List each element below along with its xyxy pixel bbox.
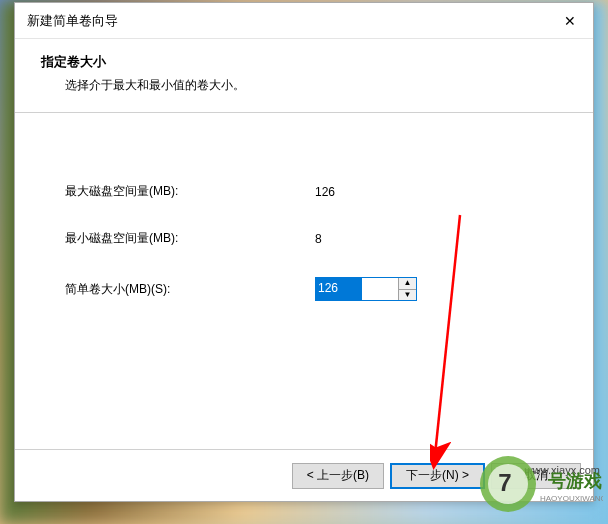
back-button[interactable]: < 上一步(B) — [292, 463, 384, 489]
min-space-value: 8 — [315, 232, 543, 246]
chevron-down-icon: ▼ — [404, 291, 412, 299]
page-title: 指定卷大小 — [41, 53, 567, 71]
wizard-dialog: 新建简单卷向导 ✕ 指定卷大小 选择介于最大和最小值的卷大小。 最大磁盘空间量(… — [14, 2, 594, 502]
spinner-buttons: ▲ ▼ — [398, 278, 416, 300]
max-space-label: 最大磁盘空间量(MB): — [65, 183, 315, 200]
page-subtitle: 选择介于最大和最小值的卷大小。 — [41, 77, 567, 94]
min-space-row: 最小磁盘空间量(MB): 8 — [65, 230, 543, 247]
max-space-value: 126 — [315, 185, 543, 199]
spinner-up-button[interactable]: ▲ — [399, 278, 416, 290]
header-section: 指定卷大小 选择介于最大和最小值的卷大小。 — [15, 39, 593, 112]
max-space-row: 最大磁盘空间量(MB): 126 — [65, 183, 543, 200]
content-area: 最大磁盘空间量(MB): 126 最小磁盘空间量(MB): 8 简单卷大小(MB… — [15, 113, 593, 449]
dialog-title: 新建简单卷向导 — [27, 12, 118, 30]
volume-size-spinner[interactable]: 126 ▲ ▼ — [315, 277, 417, 301]
chevron-up-icon: ▲ — [404, 279, 412, 287]
close-button[interactable]: ✕ — [547, 3, 593, 39]
cancel-button[interactable]: 取消 — [491, 463, 581, 489]
volume-size-row: 简单卷大小(MB)(S): 126 ▲ ▼ — [65, 277, 543, 301]
close-icon: ✕ — [564, 13, 576, 29]
next-button[interactable]: 下一步(N) > — [390, 463, 485, 489]
volume-size-label: 简单卷大小(MB)(S): — [65, 281, 315, 298]
spinner-down-button[interactable]: ▼ — [399, 290, 416, 301]
volume-size-input[interactable]: 126 — [316, 278, 362, 300]
button-bar: < 上一步(B) 下一步(N) > 取消 — [15, 449, 593, 501]
min-space-label: 最小磁盘空间量(MB): — [65, 230, 315, 247]
titlebar: 新建简单卷向导 ✕ — [15, 3, 593, 39]
